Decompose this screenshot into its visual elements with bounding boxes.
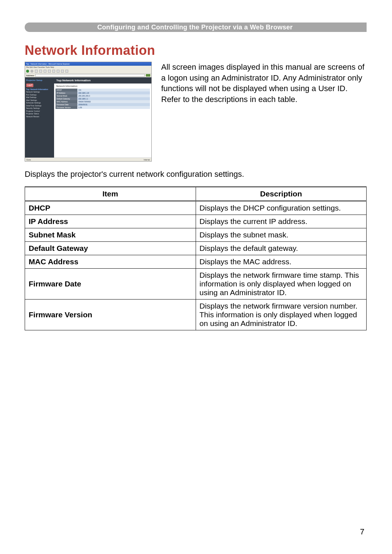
logoff-button: Logoff — [26, 83, 33, 87]
sidebar-item: Security Settings — [26, 107, 53, 110]
content-pane: Top:Network Information Network Informat… — [54, 77, 151, 158]
status-right: Internet — [144, 159, 150, 161]
table-desc: Displays the DHCP configuration settings… — [196, 201, 367, 215]
sidebar-brand: Projector Setup — [26, 79, 53, 82]
info-key: Firmware Date — [56, 103, 77, 106]
info-val: 192.168.1.1 — [77, 97, 150, 100]
window-title: Top : Network Information - Microsoft In… — [25, 62, 151, 66]
sidebar-item: Schedule Settings — [26, 102, 53, 105]
refresh-icon — [39, 70, 42, 73]
table-item: MAC Address — [25, 255, 196, 269]
sidebar-item: Top: Network Information — [26, 88, 53, 91]
sidebar-item: Alert Settings — [26, 99, 53, 102]
search-icon — [48, 70, 51, 73]
table-item: Subnet Mask — [25, 228, 196, 242]
status-left: Done — [26, 159, 31, 161]
home-icon — [44, 70, 46, 73]
sidebar-item: Projector Control — [26, 110, 53, 113]
info-key: Firmware Version — [56, 106, 77, 109]
table-row: MAC AddressDisplays the MAC address. — [25, 255, 367, 269]
table-row: DHCPDisplays the DHCP configuration sett… — [25, 201, 367, 215]
table-row: Default GatewayDisplays the default gate… — [25, 242, 367, 255]
content-subtitle: Network Information — [54, 83, 151, 89]
table-row: Firmware DateDisplays the network firmwa… — [25, 269, 367, 300]
address-bar: Address — [25, 74, 151, 77]
content-title: Top:Network Information — [54, 77, 151, 83]
info-val: 1.06 — [77, 106, 150, 109]
info-key: Subnet Mask — [56, 94, 77, 97]
address-label: Address — [26, 74, 34, 77]
info-key: Default Gateway — [56, 97, 77, 100]
info-key: IP Address — [56, 91, 77, 94]
browser-toolbar — [25, 69, 151, 74]
page-number: 7 — [360, 527, 364, 537]
go-button — [146, 74, 150, 77]
table-item: Firmware Date — [25, 269, 196, 300]
description-table: Item Description DHCPDisplays the DHCP c… — [25, 186, 367, 330]
mail-icon — [61, 70, 64, 73]
info-key: DHCP — [56, 89, 77, 91]
back-icon — [26, 70, 29, 73]
table-item: DHCP — [25, 201, 196, 215]
sidebar-item: Network Restart — [26, 115, 53, 118]
forward-icon — [30, 70, 33, 73]
info-table: DHCPON IP Address192.168.1.10 Subnet Mas… — [56, 89, 150, 109]
favorites-icon — [52, 70, 55, 73]
intro-paragraph: All screen images displayed in this manu… — [161, 62, 367, 162]
browser-menu: File Edit View Favorites Tools Help — [25, 66, 151, 69]
section-banner: Configuring and Controlling the Projecto… — [25, 23, 367, 32]
lead-paragraph: Displays the projector's current network… — [25, 170, 367, 179]
info-val: 00606730906D — [77, 100, 150, 103]
table-item: Firmware Version — [25, 300, 196, 330]
info-val: 192.168.1.10 — [77, 91, 150, 94]
table-header-description: Description — [196, 187, 367, 201]
table-row: IP AddressDisplays the current IP addres… — [25, 215, 367, 228]
table-desc: Displays the network firmware time stamp… — [196, 269, 367, 300]
table-item: Default Gateway — [25, 242, 196, 255]
table-row: Subnet MaskDisplays the subnet mask. — [25, 228, 367, 242]
table-item: IP Address — [25, 215, 196, 228]
stop-icon — [35, 70, 38, 73]
sidebar: Projector Setup Logoff Top: Network Info… — [25, 77, 54, 158]
info-val: 2006/05/31 — [77, 103, 150, 106]
sidebar-item: Date/Time Settings — [26, 105, 53, 107]
sidebar-item: Mail Settings — [26, 96, 53, 99]
history-icon — [57, 70, 60, 73]
browser-screenshot: Top : Network Information - Microsoft In… — [25, 62, 152, 162]
address-input — [35, 74, 145, 77]
table-desc: Displays the default gateway. — [196, 242, 367, 255]
table-desc: Displays the network firmware version nu… — [196, 300, 367, 330]
table-desc: Displays the current IP address. — [196, 215, 367, 228]
table-desc: Displays the subnet mask. — [196, 228, 367, 242]
info-val: ON — [77, 89, 150, 91]
table-header-item: Item — [25, 187, 196, 201]
status-bar: Done Internet — [25, 158, 151, 161]
sidebar-item: Projector Status — [26, 113, 53, 115]
table-row: Firmware VersionDisplays the network fir… — [25, 300, 367, 330]
table-desc: Displays the MAC address. — [196, 255, 367, 269]
info-val: 255.255.255.0 — [77, 94, 150, 97]
print-icon — [65, 70, 68, 73]
section-title: Network Information — [25, 43, 367, 58]
sidebar-item: Network Settings — [26, 91, 53, 94]
sidebar-item: Port Settings — [26, 94, 53, 97]
info-key: MAC Address — [56, 100, 77, 103]
